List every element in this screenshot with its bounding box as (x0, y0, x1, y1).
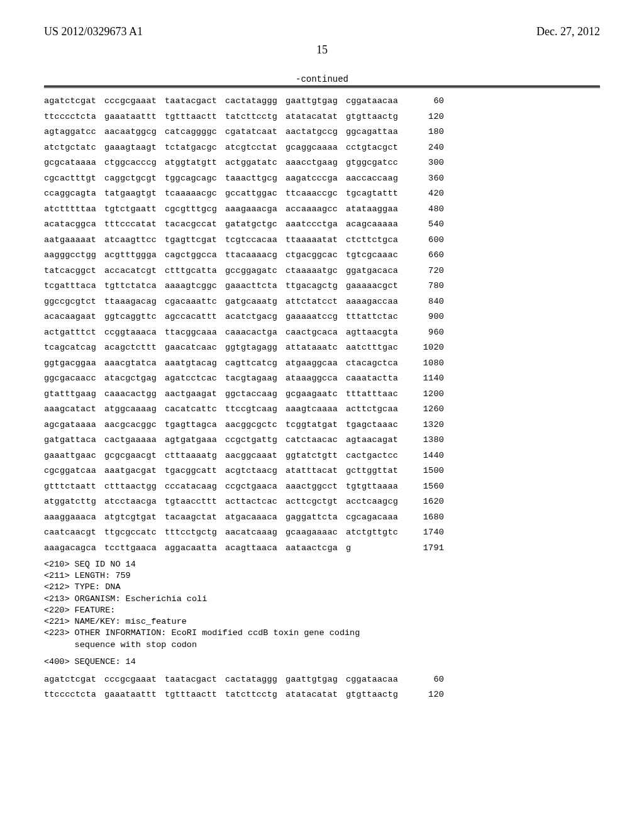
sequence-group: caaatactta (346, 374, 400, 383)
sequence-group: atgtcgtgat (104, 513, 158, 522)
sequence-group: gaattgtgag (286, 97, 340, 106)
sequence-group: cagttcatcg (225, 359, 279, 368)
sequence-group: tttcctgctg (165, 528, 219, 537)
sequence-position: 720 (414, 267, 444, 275)
sequence-group: tatcacggct (44, 267, 98, 275)
sequence-group: taatacgact (165, 675, 219, 684)
sequence-group: acatacggca (44, 220, 98, 229)
sequence-groups: tcagcatcagacagctctttgaacatcaacggtgtagagg… (44, 343, 400, 352)
sequence-group: ttacggcaaa (165, 328, 219, 337)
sequence-row: ttcccctctagaaataattttgtttaactttatcttcctg… (44, 113, 600, 121)
sequence-group: aacgcacggc (104, 421, 158, 429)
sequence-position: 180 (414, 128, 444, 136)
sequence-group: gaaacttcta (225, 282, 279, 290)
sequence-row: aagggcctggacgtttgggacagctggccattacaaaacg… (44, 251, 600, 260)
sequence-groups: ttcccctctagaaataattttgtttaactttatcttcctg… (44, 690, 400, 699)
sequence-group: aaactggcct (286, 482, 340, 491)
sequence-group: aaatccctga (286, 220, 340, 229)
sequence-group: gaaagtaagt (104, 143, 158, 152)
sequence-group: aggacaatta (165, 544, 219, 553)
sequence-group: ccgctgaaca (225, 482, 279, 491)
sequence-group: gcgcgaacgt (104, 451, 158, 460)
sequence-group: aacaatggcg (104, 128, 158, 136)
sequence-group: ggtgtagagg (225, 343, 279, 352)
sequence-group: ggctaccaag (225, 390, 279, 399)
sequence-row: agatctcgatcccgcgaaattaatacgactcactataggg… (44, 97, 600, 106)
sequence-position: 780 (414, 282, 444, 290)
sequence-group: ttcaaaccgc (286, 189, 340, 198)
sequence-group: aaagacagca (44, 544, 98, 553)
sequence-group: tatcttcctg (225, 113, 279, 121)
sequence-groups: gtatttgaagcaaacactggaactgaagatggctaccaag… (44, 390, 400, 399)
sequence-group: gatgattaca (44, 436, 98, 445)
sequence-group: gtgttaactg (346, 690, 400, 699)
sequence-group: tgagttagca (165, 421, 219, 429)
sequence-group: aaacctgaag (286, 158, 340, 167)
sequence-group: ttaaagacag (104, 297, 158, 306)
sequence-group: aagggcctgg (44, 251, 98, 260)
sequence-group: aagatcccga (286, 174, 340, 183)
sequence-group: ggtgacggaa (44, 359, 98, 368)
sequence-group: tgagttcgat (165, 236, 219, 245)
sequence-group: tacgtagaag (225, 374, 279, 383)
sequence-group: ccgctgattg (225, 436, 279, 445)
sequence-group: taaacttgcg (225, 174, 279, 183)
sequence-groups: agcgataaaaaacgcacggctgagttagcaaacggcgctc… (44, 421, 400, 429)
sequence-group: acttactcac (225, 497, 279, 506)
sequence-group: caatcaacgt (44, 528, 98, 537)
sequence-group: cgcagacaaa (346, 513, 400, 522)
continued-label: -continued (44, 74, 600, 84)
sequence-position: 1200 (414, 390, 444, 399)
publication-date: Dec. 27, 2012 (536, 25, 600, 38)
sequence-group: cgacaaattc (165, 297, 219, 306)
sequence-group: atggatcttg (44, 497, 98, 506)
sequence-groups: gaaattgaacgcgcgaacgtctttaaaatgaacggcaaat… (44, 451, 400, 460)
sequence-row: gatgattacacactgaaaaaagtgatgaaaccgctgattg… (44, 436, 600, 445)
sequence-row: gaaattgaacgcgcgaacgtctttaaaatgaacggcaaat… (44, 451, 600, 460)
sequence-row: acacaagaatggtcaggttcagccacatttacatctgacg… (44, 313, 600, 321)
sequence-row: acatacggcatttcccatattacacgccatgatatgctgc… (44, 220, 600, 229)
sequence-groups: agatctcgatcccgcgaaattaatacgactcactataggg… (44, 97, 400, 106)
sequence-position: 120 (414, 690, 444, 699)
sequence-group: ggcgacaacc (44, 374, 98, 383)
sequence-group: gcaagaaaac (286, 528, 340, 537)
sequence-group: atggcaaaag (104, 405, 158, 414)
sequence-group: gaattgtgag (286, 675, 340, 684)
sequence-position: 1740 (414, 528, 444, 537)
sequence-group: cgcactttgt (44, 174, 98, 183)
sequence-group: ttgacagctg (286, 282, 340, 290)
sequence-position: 1560 (414, 482, 444, 491)
sequence-group: ttcccctcta (44, 113, 98, 121)
sequence-groups: agtaggatccaacaatggcgcatcaggggccgatatcaat… (44, 128, 400, 136)
sequence-groups: cgcactttgtcaggctgcgttggcagcagctaaacttgcg… (44, 174, 400, 183)
sequence-row: cgcggatcaaaaatgacgattgacggcattacgtctaacg… (44, 467, 600, 475)
sequence-group: g (346, 544, 400, 553)
sequence-group: tcaaaaacgc (165, 189, 219, 198)
sequence-groups: tatcacggctaccacatcgtctttgcattagccggagatc… (44, 267, 400, 275)
sequence-group: attctatcct (286, 297, 340, 306)
sequence-row: actgatttctccggtaaacattacggcaaacaaacactga… (44, 328, 600, 337)
sequence-row: atctttttaatgtctgaattcgcgtttgcgaaagaaacga… (44, 205, 600, 214)
sequence-group: gaaataattt (104, 113, 158, 121)
sequence-group: gaaattgaac (44, 451, 98, 460)
sequence-group: gcgcataaaa (44, 158, 98, 167)
sequence-groups: cgcggatcaaaaatgacgattgacggcattacgtctaacg… (44, 467, 400, 475)
sequence-group: atggtatgtt (165, 158, 219, 167)
sequence-row: gtatttgaagcaaacactggaactgaagatggctaccaag… (44, 390, 600, 399)
sequence-group: aactgaagat (165, 390, 219, 399)
sequence-row: tcgatttacatgttctatcaaaaagtcggcgaaacttcta… (44, 282, 600, 290)
sequence-position: 1320 (414, 421, 444, 429)
sequence-group: ggcagattaa (346, 128, 400, 136)
sequence-row: aatgaaaaatatcaagttcctgagttcgattcgtccacaa… (44, 236, 600, 245)
sequence-group: ataaaggcca (286, 374, 340, 383)
sequence-position: 1080 (414, 359, 444, 368)
sequence-group: aactatgccg (286, 128, 340, 136)
sequence-group: cccgcgaaat (104, 675, 158, 684)
sequence-group: cacatcattc (165, 405, 219, 414)
sequence-row: tatcacggctaccacatcgtctttgcattagccggagatc… (44, 267, 600, 275)
sequence-row: aaagcatactatggcaaaagcacatcattcttccgtcaag… (44, 405, 600, 414)
sequence-group: ctgacggcac (286, 251, 340, 260)
sequence-groups: gcgcataaaactggcacccgatggtatgttactggatatc… (44, 158, 400, 167)
sequence-group: tcgatttaca (44, 282, 98, 290)
sequence-position: 600 (414, 236, 444, 245)
